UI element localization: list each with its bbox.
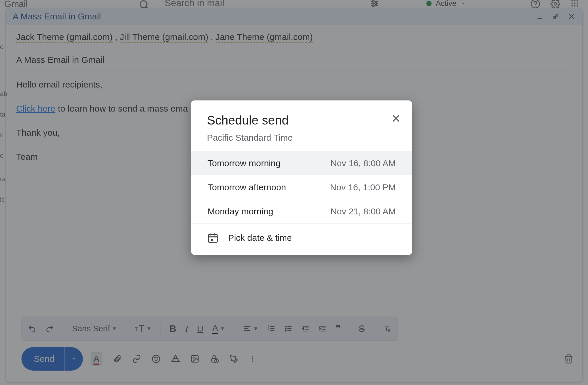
schedule-send-dialog: Schedule send Pacific Standard Time Tomo… [191, 100, 412, 255]
schedule-option-time: Nov 21, 8:00 AM [330, 206, 396, 216]
schedule-option[interactable]: Monday morningNov 21, 8:00 AM [191, 199, 412, 223]
svg-rect-66 [211, 239, 213, 241]
schedule-option-label: Monday morning [208, 206, 273, 216]
schedule-option-time: Nov 16, 8:00 AM [330, 158, 396, 168]
schedule-option-label: Tomorrow afternoon [208, 182, 286, 192]
svg-rect-62 [208, 234, 217, 242]
schedule-option[interactable]: Tomorrow afternoonNov 16, 1:00 PM [191, 175, 412, 199]
schedule-option[interactable]: Tomorrow morningNov 16, 8:00 AM [191, 151, 412, 175]
calendar-icon [207, 232, 219, 244]
dialog-close-button[interactable] [391, 113, 401, 123]
dialog-title: Schedule send [207, 113, 396, 127]
pick-date-time-label: Pick date & time [228, 233, 292, 243]
schedule-option-time: Nov 16, 1:00 PM [330, 182, 396, 192]
schedule-option-label: Tomorrow morning [208, 158, 280, 168]
timezone-label: Pacific Standard Time [207, 133, 396, 143]
pick-date-time-button[interactable]: Pick date & time [191, 223, 412, 255]
